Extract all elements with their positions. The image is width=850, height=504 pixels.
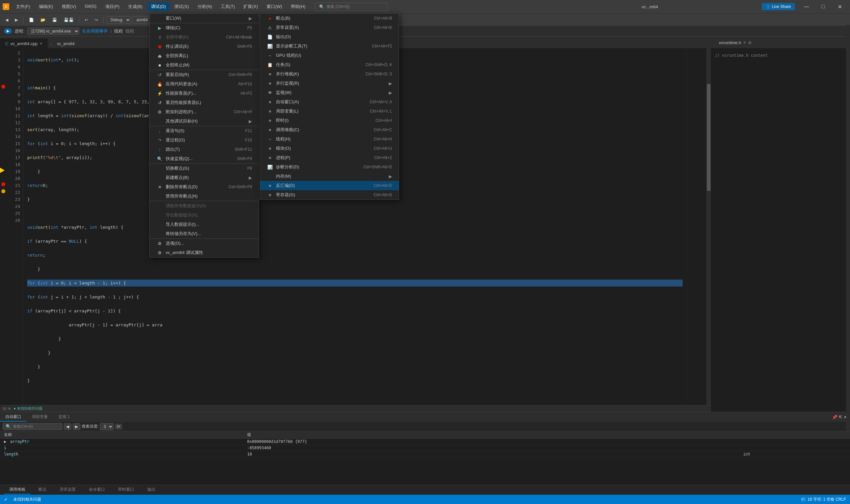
auto-tab-auto[interactable]: 自动窗口 xyxy=(0,413,26,422)
menu-view[interactable]: 视图(V) xyxy=(58,2,80,11)
submenu-item-gputhreads[interactable]: ~ GPU 线程(U) xyxy=(260,51,399,60)
undo-button[interactable]: ↩ xyxy=(82,17,91,23)
debug-menu-item-terminateall[interactable]: ■ 全部终止(M) xyxy=(150,60,259,70)
save-button[interactable]: 💾 xyxy=(50,17,60,23)
submenu-item-disassembly[interactable]: ≡ 反汇编(D) Ctrl+Alt+D xyxy=(260,181,399,190)
menu-git[interactable]: Git(G) xyxy=(81,2,100,11)
new-file-button[interactable]: 📄 xyxy=(26,17,37,23)
right-tab-settings[interactable]: ⚙ xyxy=(748,40,752,45)
redo-button[interactable]: ↪ xyxy=(92,17,101,23)
bottom-tab-exceptions[interactable]: 异常设置 xyxy=(54,485,81,494)
bottom-tab-command[interactable]: 命令窗口 xyxy=(84,485,110,494)
debug-menu-item-options[interactable]: ⚙ 选项(O)... xyxy=(150,239,259,248)
debug-menu-item-quickwatch[interactable]: 🔍 快速监视(Q)... Shift+F9 xyxy=(150,154,259,163)
debug-menu-item-attach[interactable]: ⚙ 附加到进程(P)... Ctrl+Alt+P xyxy=(150,107,259,116)
debug-menu-item-stepover[interactable]: ↷ 逐过程(O) F10 xyxy=(150,136,259,145)
back-button[interactable]: ◀ xyxy=(3,17,11,23)
menu-test[interactable]: 测试(S) xyxy=(170,2,193,11)
submenu-item-parallelstack[interactable]: ≡ 并行堆栈(K) Ctrl+Shift+D, S xyxy=(260,69,399,79)
lifecycle-btn[interactable]: 生命周期事件 xyxy=(82,28,108,34)
debug-menu-item-savedump[interactable]: 将转储另存为(V)... xyxy=(150,229,259,238)
submenu-item-output[interactable]: 📄 输出(O) xyxy=(260,32,399,41)
menu-help[interactable]: 帮助(H) xyxy=(287,2,309,11)
menu-debug[interactable]: 调试(D) xyxy=(147,2,170,11)
right-tab-close[interactable]: ✕ xyxy=(743,40,746,45)
debug-menu-item-continue[interactable]: ▶ 继续(C) F5 xyxy=(150,23,259,33)
menu-file[interactable]: 文件(F) xyxy=(12,2,34,11)
close-button[interactable]: ✕ xyxy=(832,1,847,12)
vertical-scrollbar[interactable] xyxy=(707,48,710,405)
bottom-tab-breakpoints[interactable]: 断点 xyxy=(33,485,52,494)
submenu-item-tasks[interactable]: 📋 任务(S) Ctrl+Shift+D, K xyxy=(260,60,399,69)
submenu-item-memory[interactable]: 内存(M) ▶ xyxy=(260,172,399,181)
debug-menu-item-debugprops[interactable]: ⚙ vc_arm64 调试属性 xyxy=(150,248,259,257)
debug-menu-item-restart[interactable]: ↺ 重新启动(R) Ctrl+Shift+F5 xyxy=(150,70,259,79)
forward-button[interactable]: ▶ xyxy=(12,17,21,23)
editor-tab-cpp[interactable]: C vc_arm64.cpp ✕ xyxy=(0,38,48,48)
debug-menu-item-togglebp[interactable]: 切换断点(G) F9 xyxy=(150,164,259,173)
debug-menu-item-profiler[interactable]: ⚡ 性能探查器(F)... Alt+F2 xyxy=(150,89,259,98)
auto-search-box[interactable]: 🔍 搜索(Ctrl+E) xyxy=(3,423,62,430)
search-box[interactable]: 🔍 搜索 (Ctrl+Q) xyxy=(315,3,388,11)
menu-build[interactable]: 生成(B) xyxy=(124,2,146,11)
debug-menu-item-disableallbp[interactable]: 禁用所有断点(N) xyxy=(150,192,259,201)
scrollbar-thumb[interactable] xyxy=(707,84,710,191)
debug-menu-item-othertargets[interactable]: 其他调试目标(H) ▶ xyxy=(150,116,259,126)
right-panel-content[interactable]: // vcruntime.h content xyxy=(711,48,850,412)
depth-select[interactable]: 3 xyxy=(100,423,113,430)
submenu-item-diaganalysis[interactable]: 📊 诊断分析(D) Ctrl+Shift+Alt+D xyxy=(260,162,399,172)
submenu-item-callstack[interactable]: ≡ 调用堆栈(C) Ctrl+Alt+C xyxy=(260,125,399,134)
submenu-item-exceptions[interactable]: ⚠ 异常设置(X) Ctrl+Alt+E xyxy=(260,23,399,32)
maximize-button[interactable]: □ xyxy=(815,1,831,12)
menu-window[interactable]: 窗口(W) xyxy=(263,2,286,11)
submenu-item-immediate[interactable]: ≡ 即时(I) Ctrl+Alt+I xyxy=(260,116,399,125)
menu-project[interactable]: 项目(P) xyxy=(101,2,124,11)
live-share-button[interactable]: 👤 Live Share xyxy=(762,3,795,10)
panel-pin[interactable]: 📌 xyxy=(832,415,837,420)
submenu-item-modules[interactable]: ≡ 模块(O) Ctrl+Alt+U xyxy=(260,144,399,153)
submenu-item-autos[interactable]: ≡ 自动窗口(A) Ctrl+Alt+V, A xyxy=(260,97,399,107)
menu-extensions[interactable]: 扩展(X) xyxy=(239,2,261,11)
table-row[interactable]: length 10 int xyxy=(0,451,850,457)
debug-menu-item-stop[interactable]: ⏹ 停止调试(E) Shift+F5 xyxy=(150,42,259,51)
menu-edit[interactable]: 编辑(E) xyxy=(35,2,57,11)
debug-menu-item-importdatatips[interactable]: 导入数据提示(I)... xyxy=(150,220,259,229)
menu-tools[interactable]: 工具(T) xyxy=(217,2,239,11)
debug-menu-item-detach[interactable]: ⏏ 全部拆离(L) xyxy=(150,51,259,60)
refresh-btn[interactable]: ⟳ xyxy=(115,424,122,430)
right-tab-vcruntime[interactable]: vcruntime.h ✕ ⚙ xyxy=(713,37,757,47)
auto-tab-watch[interactable]: 监视 1 xyxy=(53,413,75,422)
save-all-button[interactable]: 💾💾 xyxy=(61,17,76,23)
submenu-item-registers[interactable]: ≡ 寄存器(G) Ctrl+Alt+G xyxy=(260,190,399,200)
submenu-item-parallelwatch[interactable]: ≡ 并行监视(R) ▶ xyxy=(260,79,399,88)
table-row[interactable]: ▶ arrayPtr 0x00000008d1d78f768 {977} xyxy=(0,438,850,445)
tab-close-cpp[interactable]: ✕ xyxy=(39,41,42,46)
minimize-button[interactable]: — xyxy=(799,1,814,12)
auto-back-btn[interactable]: ◀ xyxy=(64,423,71,430)
submenu-item-threads[interactable]: ~ 线程(H) Ctrl+Alt+H xyxy=(260,134,399,144)
panel-float[interactable]: ⇱ xyxy=(839,415,843,420)
menu-analyze[interactable]: 分析(N) xyxy=(194,2,216,11)
right-scrollbar[interactable] xyxy=(846,37,850,412)
debug-menu-item-applycode[interactable]: 🔥 应用代码更改(A) Alt+F10 xyxy=(150,79,259,89)
debug-menu-item-deleteallbp[interactable]: ✕ 删除所有断点(D) Ctrl+Shift+F9 xyxy=(150,182,259,192)
auto-forward-btn[interactable]: ▶ xyxy=(73,423,80,430)
bottom-tab-callstack[interactable]: 调用堆栈 xyxy=(4,485,31,494)
table-row[interactable]: i -858993460 xyxy=(0,445,850,451)
bottom-tab-output[interactable]: 输出 xyxy=(142,485,161,494)
submenu-item-diag[interactable]: 📊 显示诊断工具(T) Ctrl+Alt+F2 xyxy=(260,41,399,51)
submenu-item-breakpoints[interactable]: ● 断点(B) Ctrl+Alt+B xyxy=(260,14,399,23)
submenu-item-watch[interactable]: 👁 监视(W) ▶ xyxy=(260,88,399,97)
open-button[interactable]: 📂 xyxy=(38,17,48,23)
debug-menu-item-stepin[interactable]: ↓ 逐语句(S) F11 xyxy=(150,126,259,136)
debug-menu-item-newbp[interactable]: 新建断点(B) ▶ xyxy=(150,173,259,182)
debug-menu-item-window[interactable]: 窗口(W) ▶ xyxy=(150,14,259,23)
debug-mode-select[interactable]: Debug xyxy=(106,16,131,23)
debug-menu-item-restartprofiler[interactable]: ↺ 重启性能探查器(L) xyxy=(150,98,259,107)
bottom-tab-immediate[interactable]: 即时窗口 xyxy=(113,485,140,494)
submenu-item-locals[interactable]: ≡ 局部变量(L) Ctrl+Alt+V, L xyxy=(260,107,399,116)
auto-tab-locals[interactable]: 局部变量 xyxy=(26,413,53,422)
debug-menu-item-stepout[interactable]: ↑ 跳出(T) Shift+F11 xyxy=(150,145,259,154)
process-select[interactable]: [17296] vc_arm64.exe xyxy=(27,28,79,35)
submenu-item-processes[interactable]: ≡ 进程(P) Ctrl+Alt+Z xyxy=(260,153,399,162)
